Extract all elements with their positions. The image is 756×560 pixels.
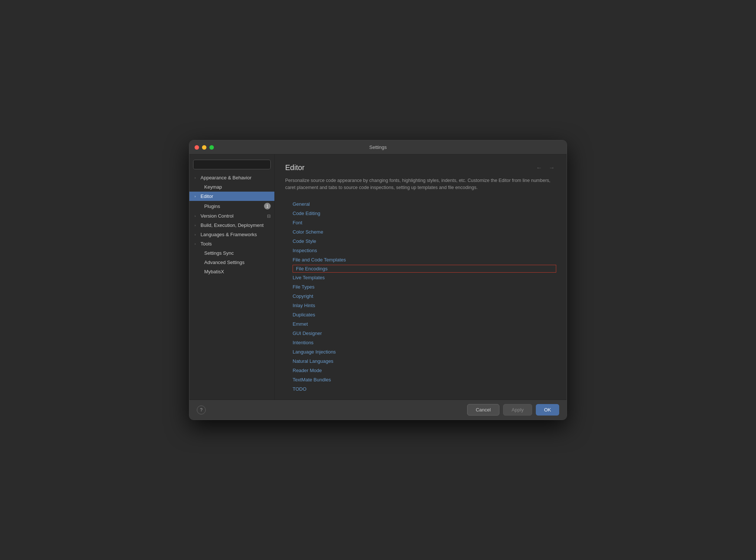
chevron-icon: › bbox=[195, 242, 199, 246]
sidebar-item-keymap[interactable]: Keymap bbox=[189, 182, 274, 192]
sidebar-item-label: Settings Sync bbox=[204, 250, 234, 256]
link-inlay-hints[interactable]: Inlay Hints bbox=[293, 301, 556, 310]
chevron-icon: › bbox=[195, 224, 199, 227]
cancel-button[interactable]: Cancel bbox=[467, 404, 499, 416]
link-natural-languages[interactable]: Natural Languages bbox=[293, 357, 556, 365]
content-area: 🔍 › Appearance & Behavior Keymap › Edito… bbox=[189, 154, 567, 400]
sidebar-item-settings-sync[interactable]: Settings Sync bbox=[189, 248, 274, 258]
plugins-badge: 1 bbox=[264, 203, 271, 209]
window-icon: ⊟ bbox=[267, 214, 271, 219]
search-input[interactable] bbox=[193, 160, 271, 169]
sidebar-item-label: Plugins bbox=[204, 204, 220, 209]
apply-button[interactable]: Apply bbox=[503, 404, 532, 416]
sidebar-item-tools[interactable]: › Tools bbox=[189, 239, 274, 248]
traffic-lights bbox=[195, 145, 214, 150]
footer: ? Cancel Apply OK bbox=[189, 400, 567, 420]
panel-description: Personalize source code appearance by ch… bbox=[285, 177, 556, 192]
chevron-icon: › bbox=[195, 176, 199, 180]
sidebar-item-label: Build, Execution, Deployment bbox=[201, 222, 264, 228]
link-todo[interactable]: TODO bbox=[293, 385, 556, 393]
link-gui-designer[interactable]: GUI Designer bbox=[293, 329, 556, 338]
sidebar-item-mybatisx[interactable]: MybatisX bbox=[189, 267, 274, 276]
settings-window: Settings 🔍 › Appearance & Behavior Keyma… bbox=[189, 140, 567, 420]
sidebar-item-advanced[interactable]: Advanced Settings bbox=[189, 258, 274, 267]
link-intentions[interactable]: Intentions bbox=[293, 338, 556, 347]
link-textmate-bundles[interactable]: TextMate Bundles bbox=[293, 375, 556, 384]
link-inspections[interactable]: Inspections bbox=[293, 246, 556, 255]
footer-left: ? bbox=[197, 406, 206, 414]
sidebar-item-editor[interactable]: › Editor bbox=[189, 192, 274, 201]
link-duplicates[interactable]: Duplicates bbox=[293, 310, 556, 319]
link-general[interactable]: General bbox=[293, 200, 556, 208]
minimize-button[interactable] bbox=[202, 145, 206, 150]
panel-header: Editor ← → bbox=[285, 163, 556, 172]
help-button[interactable]: ? bbox=[197, 406, 206, 414]
sidebar-item-label: Keymap bbox=[204, 184, 222, 190]
sidebar-item-appearance[interactable]: › Appearance & Behavior bbox=[189, 173, 274, 182]
link-code-editing[interactable]: Code Editing bbox=[293, 209, 556, 218]
chevron-icon: › bbox=[195, 233, 199, 237]
link-file-code-templates[interactable]: File and Code Templates bbox=[293, 255, 556, 264]
footer-right: Cancel Apply OK bbox=[467, 404, 559, 416]
sidebar-item-label: Editor bbox=[201, 193, 213, 199]
main-panel: Editor ← → Personalize source code appea… bbox=[275, 154, 567, 400]
link-emmet[interactable]: Emmet bbox=[293, 320, 556, 328]
link-live-templates[interactable]: Live Templates bbox=[293, 273, 556, 282]
sidebar-item-label: Advanced Settings bbox=[204, 260, 244, 265]
sidebar-item-label: Tools bbox=[201, 241, 212, 247]
link-language-injections[interactable]: Language Injections bbox=[293, 348, 556, 356]
search-wrap: 🔍 bbox=[193, 160, 271, 169]
sidebar: 🔍 › Appearance & Behavior Keymap › Edito… bbox=[189, 154, 275, 400]
editor-links-list: General Code Editing Font Color Scheme C… bbox=[285, 200, 556, 393]
link-file-types[interactable]: File Types bbox=[293, 283, 556, 291]
link-reader-mode[interactable]: Reader Mode bbox=[293, 366, 556, 375]
sidebar-item-label: Appearance & Behavior bbox=[201, 175, 251, 180]
chevron-icon: › bbox=[195, 214, 199, 218]
link-file-encodings[interactable]: File Encodings bbox=[293, 265, 556, 273]
sidebar-item-plugins[interactable]: Plugins 1 bbox=[189, 201, 274, 211]
title-bar: Settings bbox=[189, 140, 567, 154]
nav-back-button[interactable]: ← bbox=[535, 164, 544, 172]
nav-arrows: ← → bbox=[535, 164, 556, 172]
maximize-button[interactable] bbox=[209, 145, 214, 150]
window-title: Settings bbox=[369, 144, 387, 150]
ok-button[interactable]: OK bbox=[536, 404, 559, 416]
page-title: Editor bbox=[285, 163, 304, 172]
sidebar-item-languages[interactable]: › Languages & Frameworks bbox=[189, 230, 274, 239]
nav-forward-button[interactable]: → bbox=[547, 164, 556, 172]
link-font[interactable]: Font bbox=[293, 218, 556, 227]
chevron-icon: › bbox=[195, 195, 199, 198]
sidebar-item-label: Languages & Frameworks bbox=[201, 232, 257, 237]
link-copyright[interactable]: Copyright bbox=[293, 292, 556, 300]
search-container: 🔍 bbox=[189, 157, 274, 173]
sidebar-item-label: Version Control bbox=[201, 213, 234, 219]
sidebar-item-label: MybatisX bbox=[204, 269, 224, 274]
link-code-style[interactable]: Code Style bbox=[293, 237, 556, 245]
sidebar-item-build[interactable]: › Build, Execution, Deployment bbox=[189, 221, 274, 230]
close-button[interactable] bbox=[195, 145, 199, 150]
sidebar-item-version-control[interactable]: › Version Control ⊟ bbox=[189, 211, 274, 221]
link-color-scheme[interactable]: Color Scheme bbox=[293, 228, 556, 236]
